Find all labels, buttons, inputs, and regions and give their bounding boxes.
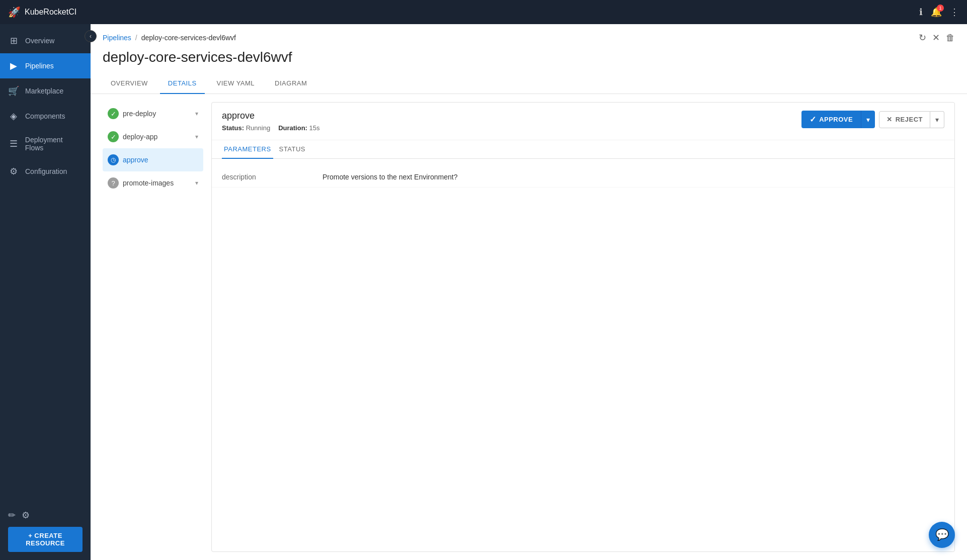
step-pre-deploy-icon: ✓ [108, 108, 119, 119]
page-title: deploy-core-services-devl6wvf [103, 49, 955, 65]
step-approve-label: approve [123, 156, 148, 164]
reject-x-icon: ✕ [887, 116, 893, 123]
reject-dropdown-button[interactable]: ▾ [930, 111, 944, 128]
sidebar-collapse-button[interactable]: ‹ [85, 30, 97, 42]
tab-overview[interactable]: OVERVIEW [103, 73, 156, 94]
close-icon[interactable]: ✕ [932, 32, 940, 43]
step-promote-images-label: promote-images [123, 179, 174, 187]
settings-icon[interactable]: ⚙ [22, 510, 30, 521]
sidebar-item-overview[interactable]: ⊞ Overview [0, 28, 91, 53]
detail-panel: approve Status: Running Duration: 15s [211, 102, 955, 552]
sidebar-item-label-deployment-flows: Deployment Flows [25, 136, 83, 152]
more-icon[interactable]: ⋮ [950, 7, 959, 18]
sidebar-item-label-pipelines: Pipelines [25, 62, 54, 70]
detail-tabs: PARAMETERS STATUS [212, 140, 954, 159]
sidebar-item-configuration[interactable]: ⚙ Configuration [0, 159, 91, 184]
step-promote-images-icon: ? [108, 177, 119, 189]
step-pre-deploy-chevron: ▾ [195, 110, 198, 117]
pipelines-icon: ▶ [8, 60, 19, 71]
delete-icon[interactable]: 🗑 [946, 33, 955, 43]
approve-check-icon: ✓ [810, 115, 817, 124]
marketplace-icon: 🛒 [8, 85, 19, 97]
refresh-icon[interactable]: ↻ [919, 32, 926, 43]
sidebar-item-pipelines[interactable]: ▶ Pipelines [0, 53, 91, 78]
content-area: Pipelines / deploy-core-services-devl6wv… [91, 24, 967, 560]
step-deploy-app-label: deploy-app [123, 133, 157, 141]
create-resource-button[interactable]: + CREATE RESOURCE [8, 527, 83, 552]
detail-title: approve [222, 111, 320, 121]
info-icon[interactable]: ℹ [919, 7, 923, 18]
param-value-description: Promote versions to the next Environment… [323, 173, 457, 181]
params-table: description Promote versions to the next… [212, 159, 954, 196]
edit-icon[interactable]: ✏ [8, 510, 16, 521]
configuration-icon: ⚙ [8, 166, 19, 177]
logo-icon: 🚀 [8, 6, 21, 18]
sidebar-item-label-marketplace: Marketplace [25, 87, 63, 95]
step-pre-deploy-label: pre-deploy [123, 110, 156, 118]
notification-icon[interactable]: 🔔 1 [931, 7, 942, 18]
main-layout: ‹ ⊞ Overview ▶ Pipelines 🛒 Marketplace ◈… [0, 24, 967, 560]
reject-button-group: ✕ REJECT ▾ [879, 111, 944, 128]
detail-actions: ✓ APPROVE ▾ ✕ REJECT ▾ [801, 111, 944, 128]
sidebar-bottom: ✏ ⚙ + CREATE RESOURCE [0, 502, 91, 560]
deployment-flows-icon: ☰ [8, 138, 19, 149]
detail-info: approve Status: Running Duration: 15s [222, 111, 320, 132]
param-row-description: description Promote versions to the next… [212, 167, 954, 188]
detail-tab-parameters[interactable]: PARAMETERS [222, 140, 273, 159]
logo-area: 🚀 KubeRocketCI [8, 6, 919, 18]
notification-badge: 1 [937, 5, 944, 12]
step-deploy-app-icon: ✓ [108, 131, 119, 142]
steps-panel: ✓ pre-deploy ▾ ✓ deploy-app ▾ ◷ approve … [103, 102, 203, 552]
breadcrumb-parent[interactable]: Pipelines [103, 34, 131, 42]
step-deploy-app[interactable]: ✓ deploy-app ▾ [103, 125, 203, 148]
sidebar-bottom-icons: ✏ ⚙ [8, 510, 83, 521]
tab-details[interactable]: DETAILS [160, 73, 205, 94]
toolbar-actions: ↻ ✕ 🗑 [919, 32, 955, 43]
param-key-description: description [222, 173, 323, 181]
reject-button[interactable]: ✕ REJECT [879, 111, 930, 128]
components-icon: ◈ [8, 111, 19, 122]
detail-meta: Status: Running Duration: 15s [222, 124, 320, 132]
approve-dropdown-button[interactable]: ▾ [861, 111, 875, 128]
sidebar-item-label-overview: Overview [25, 37, 54, 45]
header-actions: ℹ 🔔 1 ⋮ [919, 7, 959, 18]
approve-button-group: ✓ APPROVE ▾ [801, 111, 875, 128]
sidebar-item-marketplace[interactable]: 🛒 Marketplace [0, 78, 91, 104]
app-name: KubeRocketCI [25, 8, 76, 17]
detail-tab-status[interactable]: STATUS [277, 140, 307, 159]
step-approve[interactable]: ◷ approve [103, 148, 203, 171]
sidebar-item-label-components: Components [25, 112, 65, 120]
overview-icon: ⊞ [8, 35, 19, 46]
sidebar-nav: ⊞ Overview ▶ Pipelines 🛒 Marketplace ◈ C… [0, 24, 91, 502]
step-approve-icon: ◷ [108, 154, 119, 165]
approve-button[interactable]: ✓ APPROVE [801, 111, 861, 128]
step-deploy-app-chevron: ▾ [195, 133, 198, 140]
chat-fab-button[interactable]: 💬 [929, 522, 955, 548]
tab-diagram[interactable]: DIAGRAM [267, 73, 315, 94]
sidebar-item-deployment-flows[interactable]: ☰ Deployment Flows [0, 129, 91, 159]
sidebar: ‹ ⊞ Overview ▶ Pipelines 🛒 Marketplace ◈… [0, 24, 91, 560]
breadcrumb-separator: / [135, 34, 137, 42]
step-promote-images-chevron: ▾ [195, 179, 198, 186]
sidebar-item-components[interactable]: ◈ Components [0, 104, 91, 129]
breadcrumb: Pipelines / deploy-core-services-devl6wv… [103, 34, 236, 42]
page-title-area: deploy-core-services-devl6wvf [91, 47, 967, 73]
main-tabs-bar: OVERVIEW DETAILS VIEW YAML DIAGRAM [91, 73, 967, 94]
breadcrumb-current: deploy-core-services-devl6wvf [141, 34, 236, 42]
breadcrumb-bar: Pipelines / deploy-core-services-devl6wv… [91, 24, 967, 47]
detail-header: approve Status: Running Duration: 15s [212, 103, 954, 140]
sidebar-item-label-configuration: Configuration [25, 167, 67, 175]
tab-view-yaml[interactable]: VIEW YAML [209, 73, 263, 94]
step-pre-deploy[interactable]: ✓ pre-deploy ▾ [103, 102, 203, 125]
step-promote-images[interactable]: ? promote-images ▾ [103, 171, 203, 195]
status-label: Status: Running [222, 124, 270, 132]
duration-label: Duration: 15s [278, 124, 319, 132]
split-layout: ✓ pre-deploy ▾ ✓ deploy-app ▾ ◷ approve … [91, 94, 967, 560]
top-header: 🚀 KubeRocketCI ℹ 🔔 1 ⋮ [0, 0, 967, 24]
